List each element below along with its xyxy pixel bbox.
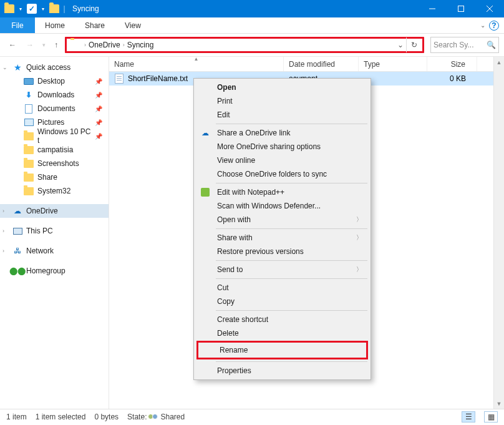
network-icon: 🖧	[12, 246, 22, 256]
title-folder-icon	[47, 2, 61, 16]
sidebar-item-share[interactable]: Share	[0, 170, 109, 184]
chevron-down-icon[interactable]: ⌄	[2, 64, 7, 71]
menu-print[interactable]: Print	[196, 94, 369, 108]
menu-rename[interactable]: Rename	[198, 343, 366, 358]
text-file-icon	[114, 74, 124, 84]
view-large-icons-button[interactable]: ▦	[484, 411, 498, 423]
menu-edit[interactable]: Edit	[196, 108, 369, 122]
status-selected-count: 1 item selected	[36, 413, 86, 421]
column-size[interactable]: Size	[427, 57, 477, 71]
title-bar: ▾ ✓ ▾ | Syncing	[0, 0, 504, 17]
people-icon	[149, 414, 158, 419]
quick-access-toolbar: ▾ ✓ ▾ |	[0, 2, 69, 16]
ribbon-expand-icon[interactable]: ⌄	[480, 22, 485, 29]
close-button[interactable]	[475, 0, 504, 17]
scroll-down-icon[interactable]: ▼	[494, 398, 504, 409]
menu-view-online[interactable]: View online	[196, 154, 369, 167]
column-name[interactable]: Name	[109, 57, 284, 71]
search-input[interactable]: Search Sy... 🔍	[430, 37, 499, 53]
address-bar[interactable]: › OneDrive › Syncing ⌄ ↻	[65, 37, 424, 53]
qat-dropdown-icon[interactable]: ▾	[17, 2, 24, 16]
chevron-right-icon: 〉	[356, 265, 362, 274]
menu-more-onedrive-sharing[interactable]: More OneDrive sharing options	[196, 140, 369, 154]
tab-share[interactable]: Share	[75, 17, 115, 33]
folder-icon	[24, 159, 34, 169]
sidebar-this-pc[interactable]: › This PC	[0, 224, 109, 238]
status-state: State: Shared	[127, 413, 185, 421]
menu-restore-versions[interactable]: Restore previous versions	[196, 245, 369, 258]
column-date[interactable]: Date modified	[284, 57, 359, 71]
tab-view[interactable]: View	[115, 17, 151, 33]
menu-share-with[interactable]: Share with〉	[196, 231, 369, 245]
menu-open[interactable]: Open	[196, 81, 369, 94]
menu-properties[interactable]: Properties	[196, 364, 369, 378]
menu-open-with[interactable]: Open with〉	[196, 213, 369, 227]
view-details-button[interactable]: ☰	[462, 411, 475, 423]
sidebar-onedrive[interactable]: › ☁ OneDrive	[0, 204, 109, 218]
pin-icon: 📌	[95, 119, 102, 126]
help-icon[interactable]: ?	[489, 21, 499, 31]
breadcrumb-onedrive[interactable]: OneDrive	[86, 41, 123, 49]
tab-home[interactable]: Home	[35, 17, 75, 33]
menu-copy[interactable]: Copy	[196, 295, 369, 308]
column-type[interactable]: Type	[359, 57, 427, 71]
recent-dropdown-icon[interactable]: ▾	[40, 37, 47, 52]
minimize-button[interactable]	[418, 0, 447, 17]
menu-choose-sync-folders[interactable]: Choose OneDrive folders to sync	[196, 167, 369, 181]
qat-properties-button[interactable]: ✓	[25, 2, 39, 16]
chevron-right-icon[interactable]: ›	[2, 248, 4, 254]
status-bar: 1 item 1 item selected 0 bytes State: Sh…	[0, 409, 504, 424]
sidebar-network[interactable]: › 🖧 Network	[0, 244, 109, 258]
sidebar-item-campatisia[interactable]: campatisia	[0, 143, 109, 157]
forward-button[interactable]: →	[22, 37, 37, 52]
pictures-icon	[24, 117, 34, 127]
chevron-right-icon: 〉	[356, 233, 362, 242]
chevron-right-icon[interactable]: ›	[2, 208, 4, 214]
menu-delete[interactable]: Delete	[196, 326, 369, 340]
up-button[interactable]: ↑	[50, 37, 62, 52]
pin-icon: 📌	[95, 78, 102, 85]
file-tab[interactable]: File	[0, 17, 35, 33]
title-sep-icon: |	[62, 2, 66, 16]
menu-create-shortcut[interactable]: Create shortcut	[196, 313, 369, 326]
refresh-button[interactable]: ↻	[406, 37, 421, 52]
onedrive-icon: ☁	[200, 129, 211, 137]
vertical-scrollbar[interactable]: ▲ ▼	[493, 57, 504, 409]
menu-share-onedrive-link[interactable]: ☁Share a OneDrive link	[196, 126, 369, 140]
search-icon[interactable]: 🔍	[487, 41, 496, 49]
menu-cut[interactable]: Cut	[196, 281, 369, 295]
navigation-pane: ⌄ ★ Quick access Desktop📌 ⬇Downloads📌 Do…	[0, 57, 109, 409]
search-placeholder: Search Sy...	[434, 41, 473, 49]
sidebar-homegroup[interactable]: ⬤⬤ Homegroup	[0, 264, 109, 278]
desktop-icon	[24, 76, 34, 86]
download-icon: ⬇	[24, 90, 34, 100]
menu-send-to[interactable]: Send to〉	[196, 263, 369, 276]
sidebar-item-system32[interactable]: System32	[0, 184, 109, 198]
sidebar-quick-access[interactable]: ⌄ ★ Quick access	[0, 61, 109, 74]
scroll-up-icon[interactable]: ▲	[494, 57, 504, 67]
folder-icon	[2, 2, 16, 16]
sidebar-item-downloads[interactable]: ⬇Downloads📌	[0, 88, 109, 102]
breadcrumb-syncing[interactable]: Syncing	[125, 41, 157, 49]
maximize-button[interactable]	[447, 0, 475, 17]
svg-rect-1	[458, 6, 464, 12]
folder-icon	[24, 186, 34, 196]
folder-icon	[24, 172, 34, 182]
menu-rename-highlight: Rename	[196, 341, 368, 359]
notepadpp-icon	[200, 188, 211, 197]
back-button[interactable]: ←	[5, 37, 20, 52]
qat-dropdown2-icon[interactable]: ▾	[40, 2, 46, 16]
folder-icon	[24, 145, 34, 155]
address-folder-icon	[70, 40, 82, 50]
ribbon: File Home Share View ⌄ ?	[0, 17, 504, 34]
address-dropdown-icon[interactable]: ⌄	[395, 41, 406, 49]
sidebar-item-desktop[interactable]: Desktop📌	[0, 74, 109, 88]
menu-edit-notepadpp[interactable]: Edit with Notepad++	[196, 185, 369, 199]
menu-scan-defender[interactable]: Scan with Windows Defender...	[196, 199, 369, 213]
sidebar-item-documents[interactable]: Documents📌	[0, 102, 109, 115]
sidebar-item-win10pc[interactable]: Windows 10 PC t📌	[0, 129, 109, 143]
chevron-right-icon[interactable]: ›	[2, 228, 4, 234]
column-headers: Name Date modified Type Size	[109, 57, 504, 72]
onedrive-icon: ☁	[12, 206, 22, 216]
sidebar-item-screenshots[interactable]: Screenshots	[0, 157, 109, 170]
